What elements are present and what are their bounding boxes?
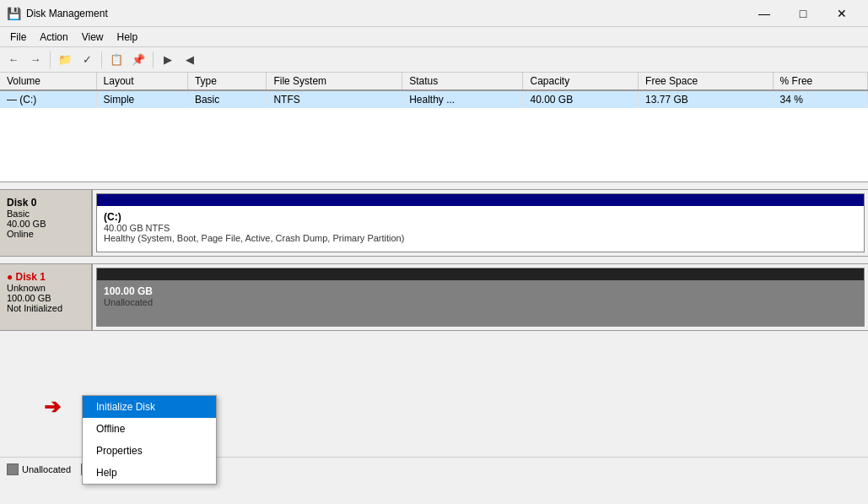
disk1-row: ● Disk 1 Unknown 100.00 GB Not Initializ… — [0, 263, 868, 331]
disk1-part-detail1: Unallocated — [104, 297, 857, 307]
col-volume[interactable]: Volume — [0, 73, 96, 90]
toolbar-folder[interactable]: 📁 — [55, 50, 75, 70]
disk0-partition-info: (C:) 40.00 GB NTFS Healthy (System, Boot… — [97, 206, 864, 248]
legend-box-unallocated — [7, 463, 19, 475]
disk0-bar — [97, 194, 864, 206]
cell-type: Basic — [187, 90, 267, 108]
col-status[interactable]: Status — [402, 73, 523, 90]
disk0-size: 40.00 GB — [7, 219, 84, 229]
disk0-content[interactable]: (C:) 40.00 GB NTFS Healthy (System, Boot… — [96, 193, 865, 252]
disk0-status: Online — [7, 229, 84, 239]
cell-status: Healthy ... — [402, 90, 523, 108]
disk1-status: Not Initialized — [7, 303, 84, 313]
toolbar-check[interactable]: ✓ — [77, 50, 97, 70]
disk0-name: Disk 0 — [7, 197, 84, 209]
toolbar-btn6[interactable]: ◀ — [180, 50, 200, 70]
context-menu-initialize[interactable]: Initialize Disk — [83, 396, 216, 418]
disk1-label: ● Disk 1 Unknown 100.00 GB Not Initializ… — [0, 264, 93, 330]
legend-unallocated: Unallocated — [7, 463, 71, 475]
legend-label-unallocated: Unallocated — [22, 464, 71, 474]
cell-capacity: 40.00 GB — [523, 90, 639, 108]
menu-bar: File Action View Help — [0, 27, 868, 47]
disk1-size: 100.00 GB — [7, 293, 84, 303]
disk1-content[interactable]: 100.00 GB Unallocated — [96, 268, 865, 327]
toolbar-sep-1 — [50, 51, 51, 68]
disk1-part-name: 100.00 GB — [104, 285, 857, 297]
menu-view[interactable]: View — [75, 30, 111, 45]
close-button[interactable]: ✕ — [822, 0, 861, 27]
context-menu-help[interactable]: Help — [83, 462, 216, 484]
title-bar-title: Disk Management — [26, 8, 108, 19]
toolbar-forward[interactable]: → — [25, 50, 46, 70]
minimize-button[interactable]: — — [745, 0, 784, 27]
context-menu-offline[interactable]: Offline — [83, 418, 216, 440]
table-row[interactable]: — (C:) Simple Basic NTFS Healthy ... 40.… — [0, 90, 868, 108]
disk0-type: Basic — [7, 209, 84, 219]
menu-help[interactable]: Help — [111, 30, 145, 45]
disk0-part-name: (C:) — [104, 211, 857, 223]
toolbar-btn3[interactable]: 📋 — [106, 50, 127, 70]
disk1-partition-info: 100.00 GB Unallocated — [97, 280, 864, 312]
toolbar-sep-3 — [153, 51, 154, 68]
toolbar-btn5[interactable]: ▶ — [158, 50, 178, 70]
col-percentfree[interactable]: % Free — [773, 73, 867, 90]
menu-file[interactable]: File — [3, 30, 33, 45]
col-layout[interactable]: Layout — [96, 73, 187, 90]
disk1-name: ● Disk 1 — [7, 271, 84, 283]
toolbar: ← → 📁 ✓ 📋 📌 ▶ ◀ — [0, 47, 868, 73]
disk0-label: Disk 0 Basic 40.00 GB Online — [0, 190, 93, 256]
col-freespace[interactable]: Free Space — [639, 73, 773, 90]
volume-table: Volume Layout Type File System Status Ca… — [0, 73, 868, 108]
col-filesystem[interactable]: File System — [267, 73, 402, 90]
col-capacity[interactable]: Capacity — [523, 73, 639, 90]
cell-volume: — (C:) — [0, 90, 96, 108]
main-area: Volume Layout Type File System Status Ca… — [0, 73, 868, 480]
cell-freespace: 13.77 GB — [639, 90, 773, 108]
disk0-part-detail1: 40.00 GB NTFS — [104, 223, 857, 233]
toolbar-sep-2 — [101, 51, 102, 68]
cell-filesystem: NTFS — [267, 90, 402, 108]
disk0-part-detail2: Healthy (System, Boot, Page File, Active… — [104, 233, 857, 243]
toolbar-btn4[interactable]: 📌 — [128, 50, 148, 70]
title-bar-icon: 💾 — [7, 7, 21, 20]
menu-action[interactable]: Action — [33, 30, 74, 45]
cell-percentfree: 34 % — [773, 90, 867, 108]
disk0-row: Disk 0 Basic 40.00 GB Online (C:) 40.00 … — [0, 189, 868, 257]
volume-list: Volume Layout Type File System Status Ca… — [0, 73, 868, 182]
toolbar-back[interactable]: ← — [3, 50, 24, 70]
title-bar-controls: — □ ✕ — [745, 0, 861, 27]
context-menu-properties[interactable]: Properties — [83, 440, 216, 462]
arrow-indicator: ➔ — [44, 395, 61, 419]
disk1-type: Unknown — [7, 283, 84, 293]
context-menu: Initialize Disk Offline Properties Help — [82, 395, 217, 485]
disk1-bar — [97, 268, 864, 280]
col-type[interactable]: Type — [187, 73, 267, 90]
cell-layout: Simple — [96, 90, 187, 108]
maximize-button[interactable]: □ — [784, 0, 822, 27]
title-bar: 💾 Disk Management — □ ✕ — [0, 0, 868, 27]
